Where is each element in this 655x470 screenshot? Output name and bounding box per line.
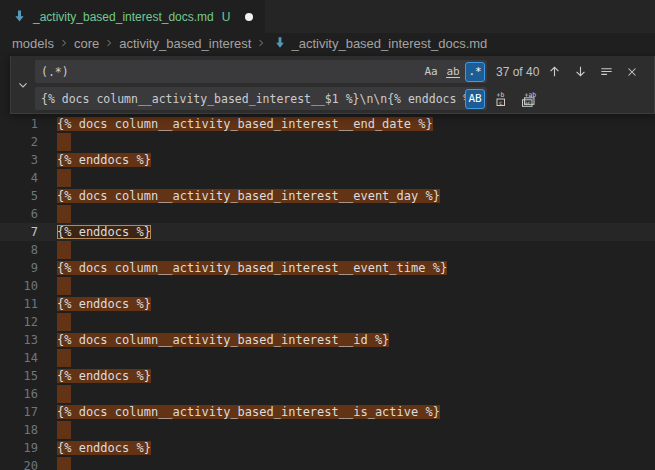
- chevron-right-icon: [255, 37, 267, 49]
- tab-bar: _activity_based_interest_docs.md U: [0, 0, 655, 33]
- line-text: [57, 421, 71, 439]
- empty-line-match-highlight: [57, 241, 71, 259]
- line-text: [57, 277, 71, 295]
- line-text: [57, 169, 71, 187]
- line-text: {% docs column__activity_based_interest_…: [57, 331, 389, 349]
- line-text: [57, 133, 71, 151]
- editor-pane[interactable]: (.*) Aa ab .* 37 of 40: [0, 53, 655, 470]
- code-line[interactable]: 10: [0, 277, 655, 295]
- code-line[interactable]: 3{% enddocs %}: [0, 151, 655, 169]
- breadcrumb-item-models[interactable]: models: [12, 36, 54, 51]
- empty-line-match-highlight: [57, 457, 71, 470]
- previous-match-button[interactable]: [543, 61, 565, 83]
- find-row: (.*) Aa ab .* 37 of 40: [35, 60, 648, 83]
- code-line[interactable]: 4: [0, 169, 655, 187]
- line-text: {% enddocs %}: [57, 151, 151, 169]
- line-number: 19: [0, 439, 38, 457]
- empty-line-match-highlight: [57, 169, 71, 187]
- breadcrumb-item-file[interactable]: _activity_based_interest_docs.md: [291, 36, 487, 51]
- find-match-highlight: {% docs column__activity_based_interest_…: [57, 189, 440, 203]
- code-line[interactable]: 16: [0, 385, 655, 403]
- empty-line-match-highlight: [57, 421, 71, 439]
- find-replace-widget: (.*) Aa ab .* 37 of 40: [10, 56, 655, 114]
- line-text: [57, 385, 71, 403]
- match-case-toggle[interactable]: Aa: [421, 62, 441, 82]
- find-input-value: (.*): [41, 65, 421, 79]
- code-line[interactable]: 14: [0, 349, 655, 367]
- line-number: 4: [0, 169, 38, 187]
- line-number: 9: [0, 259, 38, 277]
- modified-dot-icon[interactable]: [245, 13, 253, 21]
- toggle-replace-chevron[interactable]: [11, 56, 35, 114]
- whole-word-toggle[interactable]: ab: [443, 62, 463, 82]
- code-line[interactable]: 12: [0, 313, 655, 331]
- code-line[interactable]: 2: [0, 133, 655, 151]
- breadcrumb-item-folder[interactable]: activity_based_interest: [119, 36, 251, 51]
- code-line[interactable]: 15{% enddocs %}: [0, 367, 655, 385]
- line-number: 3: [0, 151, 38, 169]
- line-number: 16: [0, 385, 38, 403]
- code-line[interactable]: 11{% enddocs %}: [0, 295, 655, 313]
- empty-line-match-highlight: [57, 349, 71, 367]
- code-line[interactable]: 7{% enddocs %}: [0, 223, 655, 241]
- replace-input-value: {% docs column__activity_based_interest_…: [41, 92, 465, 106]
- line-text: {% enddocs %}: [57, 439, 151, 457]
- close-find-button[interactable]: [621, 61, 643, 83]
- line-number: 12: [0, 313, 38, 331]
- code-line[interactable]: 19{% enddocs %}: [0, 439, 655, 457]
- code-line[interactable]: 17{% docs column__activity_based_interes…: [0, 403, 655, 421]
- line-text: [57, 457, 71, 470]
- line-number: 8: [0, 241, 38, 259]
- find-input[interactable]: (.*) Aa ab .*: [35, 60, 487, 83]
- code-line[interactable]: 6: [0, 205, 655, 223]
- chevron-right-icon: [58, 37, 70, 49]
- line-number: 10: [0, 277, 38, 295]
- line-number: 20: [0, 457, 38, 470]
- code-line[interactable]: 8: [0, 241, 655, 259]
- line-text: {% docs column__activity_based_interest_…: [57, 403, 440, 421]
- find-match-highlight: {% enddocs %}: [57, 369, 151, 383]
- find-match-highlight: {% docs column__activity_based_interest_…: [57, 405, 440, 419]
- line-number: 5: [0, 187, 38, 205]
- find-in-selection-button[interactable]: [595, 61, 617, 83]
- line-number: 13: [0, 331, 38, 349]
- breadcrumb-item-core[interactable]: core: [74, 36, 99, 51]
- code-line[interactable]: 9{% docs column__activity_based_interest…: [0, 259, 655, 277]
- next-match-button[interactable]: [569, 61, 591, 83]
- code-line[interactable]: 5{% docs column__activity_based_interest…: [0, 187, 655, 205]
- code-line[interactable]: 13{% docs column__activity_based_interes…: [0, 331, 655, 349]
- editor-tab[interactable]: _activity_based_interest_docs.md U: [0, 0, 265, 33]
- line-text: [57, 349, 71, 367]
- line-number: 1: [0, 115, 38, 133]
- svg-text:ac: ac: [524, 99, 532, 106]
- code-line[interactable]: 20: [0, 457, 655, 470]
- line-text: {% docs column__activity_based_interest_…: [57, 259, 447, 277]
- find-match-highlight: {% docs column__activity_based_interest_…: [57, 333, 389, 347]
- markdown-file-icon: [273, 36, 287, 50]
- find-match-highlight: {% enddocs %}: [57, 297, 151, 311]
- current-find-match: {% enddocs %}: [57, 225, 151, 239]
- tab-filename: _activity_based_interest_docs.md: [33, 10, 214, 24]
- chevron-right-icon: [103, 37, 115, 49]
- preserve-case-toggle[interactable]: AB: [465, 89, 485, 109]
- code-line[interactable]: 18: [0, 421, 655, 439]
- markdown-file-icon: [12, 9, 27, 24]
- replace-row: {% docs column__activity_based_interest_…: [35, 87, 648, 110]
- line-text: {% docs column__activity_based_interest_…: [57, 187, 440, 205]
- replace-input[interactable]: {% docs column__activity_based_interest_…: [35, 87, 487, 110]
- empty-line-match-highlight: [57, 133, 71, 151]
- regex-toggle[interactable]: .*: [465, 62, 485, 82]
- replace-all-button[interactable]: +ab ac: [518, 88, 540, 110]
- find-match-highlight: {% docs column__activity_based_interest_…: [57, 117, 433, 131]
- line-number: 14: [0, 349, 38, 367]
- line-text: {% enddocs %}: [57, 223, 151, 241]
- line-text: [57, 205, 71, 223]
- line-text: {% docs column__activity_based_interest_…: [57, 115, 433, 133]
- line-text: [57, 241, 71, 259]
- find-match-highlight: {% enddocs %}: [57, 441, 151, 455]
- replace-button[interactable]: +b c: [492, 88, 514, 110]
- empty-line-match-highlight: [57, 313, 71, 331]
- code-line[interactable]: 1{% docs column__activity_based_interest…: [0, 115, 655, 133]
- code-lines[interactable]: 1{% docs column__activity_based_interest…: [0, 53, 655, 470]
- line-number: 15: [0, 367, 38, 385]
